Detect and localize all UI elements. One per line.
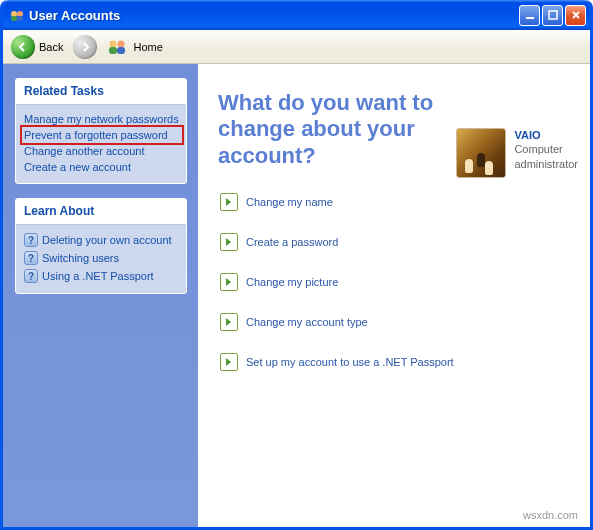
task-create-new-account[interactable]: Create a new account <box>22 159 182 175</box>
arrow-icon <box>220 193 238 211</box>
task-manage-passwords[interactable]: Manage my network passwords <box>22 111 182 127</box>
arrow-icon <box>220 233 238 251</box>
forward-button[interactable] <box>73 35 97 59</box>
close-button[interactable] <box>565 5 586 26</box>
svg-rect-9 <box>117 47 125 54</box>
user-role-line2: administrator <box>514 157 578 171</box>
option-create-password[interactable]: Create a password <box>220 233 572 251</box>
learn-about-title: Learn About <box>16 199 186 225</box>
learn-about-panel: Learn About ?Deleting your own account ?… <box>15 198 187 294</box>
minimize-button[interactable] <box>519 5 540 26</box>
content-area: Related Tasks Manage my network password… <box>3 64 590 527</box>
watermark: wsxdn.com <box>523 509 578 521</box>
task-change-another-account[interactable]: Change another account <box>22 143 182 159</box>
user-info: VAIO Computer administrator <box>514 128 578 178</box>
arrow-icon <box>220 313 238 331</box>
svg-point-7 <box>118 40 125 47</box>
page-title: What do you want to change about your ac… <box>218 90 478 169</box>
option-change-account-type[interactable]: Change my account type <box>220 313 572 331</box>
users-icon <box>107 39 129 55</box>
user-name: VAIO <box>514 128 578 142</box>
help-icon: ? <box>24 233 38 247</box>
option-change-picture[interactable]: Change my picture <box>220 273 572 291</box>
home-label: Home <box>133 41 162 53</box>
learn-switching-users[interactable]: ?Switching users <box>22 249 182 267</box>
svg-rect-5 <box>549 11 557 19</box>
option-change-name[interactable]: Change my name <box>220 193 572 211</box>
toolbar: Back Home <box>3 30 590 64</box>
user-card: VAIO Computer administrator <box>456 128 578 178</box>
related-tasks-panel: Related Tasks Manage my network password… <box>15 78 187 184</box>
back-icon <box>11 35 35 59</box>
user-role-line1: Computer <box>514 142 578 156</box>
svg-point-6 <box>110 40 117 47</box>
option-net-passport[interactable]: Set up my account to use a .NET Passport <box>220 353 572 371</box>
back-button[interactable]: Back <box>11 35 63 59</box>
help-icon: ? <box>24 269 38 283</box>
learn-deleting-account[interactable]: ?Deleting your own account <box>22 231 182 249</box>
svg-rect-3 <box>17 16 23 21</box>
svg-rect-8 <box>109 47 117 54</box>
svg-rect-2 <box>11 16 17 21</box>
forward-icon <box>73 35 97 59</box>
main-panel: What do you want to change about your ac… <box>198 64 590 527</box>
sidebar: Related Tasks Manage my network password… <box>3 64 198 527</box>
arrow-icon <box>220 273 238 291</box>
maximize-button[interactable] <box>542 5 563 26</box>
window-title: User Accounts <box>29 8 519 23</box>
related-tasks-title: Related Tasks <box>16 79 186 105</box>
app-icon <box>9 7 25 23</box>
arrow-icon <box>220 353 238 371</box>
back-label: Back <box>39 41 63 53</box>
titlebar[interactable]: User Accounts <box>3 0 590 30</box>
task-prevent-forgotten-password[interactable]: Prevent a forgotten password <box>20 125 184 145</box>
help-icon: ? <box>24 251 38 265</box>
window-buttons <box>519 5 586 26</box>
home-button[interactable]: Home <box>107 39 162 55</box>
svg-rect-4 <box>526 17 534 19</box>
window: User Accounts Back Home <box>0 0 593 530</box>
learn-net-passport[interactable]: ?Using a .NET Passport <box>22 267 182 285</box>
avatar <box>456 128 506 178</box>
